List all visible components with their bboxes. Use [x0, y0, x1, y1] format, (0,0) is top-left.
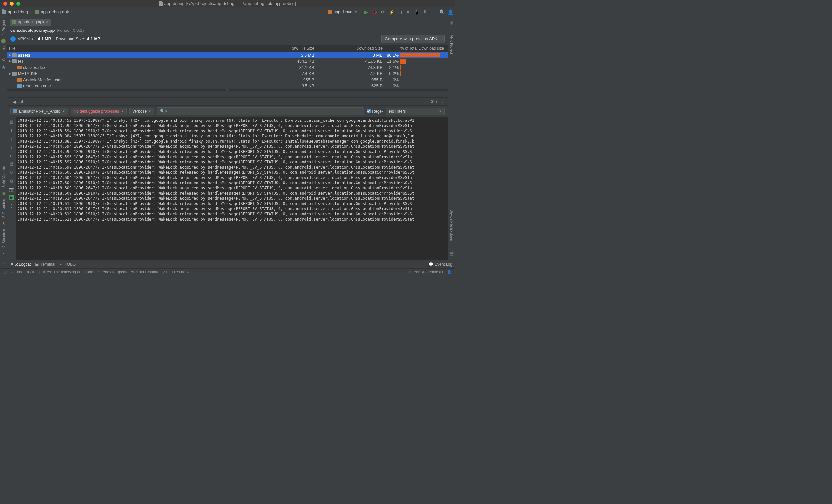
table-row[interactable]: classes.dex81.1 KB74.8 KB2.1%	[7, 64, 448, 71]
col-header-download[interactable]: Download Size	[314, 46, 383, 51]
stop-button[interactable]: ■	[406, 9, 411, 15]
expand-icon[interactable]	[9, 60, 11, 63]
close-tab-icon[interactable]: ×	[46, 20, 48, 24]
editor-area: app-debug.apk × com.developer.myapp (ver…	[7, 17, 448, 260]
download-size: 416.5 KB	[314, 59, 383, 64]
download-size: 7.2 KB	[314, 71, 383, 76]
trash-icon[interactable]: 🗑	[9, 119, 14, 124]
status-message[interactable]: IDE and Plugin Updates: The following co…	[9, 270, 189, 274]
profile-button[interactable]: ⟳	[380, 9, 386, 15]
layout-inspector-button[interactable]: ◫	[431, 9, 436, 15]
debug-button[interactable]: 🐞	[372, 9, 377, 15]
download-icon[interactable]: ⤓	[441, 99, 445, 104]
col-header-pct-label[interactable]: % of Total Download size	[400, 46, 446, 51]
percent: 0%	[383, 83, 400, 88]
more-icon[interactable]: ⋮	[9, 203, 14, 208]
traffic-close[interactable]	[3, 2, 7, 5]
avd-manager-button[interactable]: 📱	[414, 9, 419, 15]
status-icon[interactable]: ▢	[3, 270, 7, 274]
sidebar-favorites[interactable]: 2: Favorites	[2, 199, 5, 218]
sidebar-apk-project[interactable]: APK Project	[450, 35, 454, 54]
down-arrow-icon[interactable]: ↓	[9, 144, 14, 150]
logcat-toolbar: Emulator Pixel_-_Andro ▼ No debuggable p…	[7, 106, 448, 117]
table-row[interactable]: META-INF7.4 KB7.2 KB0.2%	[7, 71, 448, 77]
compare-apk-button[interactable]: Compare with previous APK...	[381, 35, 445, 43]
sidebar-project[interactable]: 1: Project	[2, 20, 5, 35]
process-dropdown[interactable]: No debuggable processes ▼	[71, 108, 127, 115]
apk-size: 4.1 MB	[38, 36, 51, 41]
status-bar: ▢ IDE and Plugin Updates: The following …	[0, 268, 455, 276]
log-level-dropdown[interactable]: Verbose ▼	[129, 108, 154, 115]
editor-tab[interactable]: app-debug.apk ×	[10, 19, 51, 26]
gear-icon[interactable]: ⚙ ▾	[430, 99, 438, 104]
traffic-maximize[interactable]	[16, 2, 20, 5]
apk-icon	[35, 10, 39, 14]
download-size: 3 MB	[314, 53, 383, 57]
navigation-toolbar: app-debug 〉 app-debug.apk 〉 app-debug ▼ …	[0, 7, 455, 17]
sidebar-captures[interactable]: Captures	[2, 47, 5, 61]
wrap-icon[interactable]: ↩	[9, 153, 14, 158]
table-row[interactable]: res434.2 KB416.5 KB11.6%	[7, 58, 448, 64]
col-header-pct	[383, 46, 400, 51]
logcat-title: Logcat	[10, 99, 23, 104]
attach-debugger-button[interactable]: ⚡	[389, 9, 394, 15]
left-tool-strip: 1: Project ⬤ Captures ◉ Build Variants ▣…	[0, 17, 7, 268]
window-title: app-debug [~/ApkProjects/app-debug] - ..…	[164, 1, 296, 6]
expand-icon[interactable]	[9, 73, 11, 75]
tab-logcat[interactable]: ≡6: Logcat	[11, 262, 30, 267]
device-dropdown[interactable]: Emulator Pixel_-_Andro ▼	[10, 108, 68, 115]
run-button[interactable]: ▶	[363, 9, 368, 15]
percent: 0%	[383, 77, 400, 82]
sidebar-build-variants[interactable]: Build Variants	[2, 166, 5, 188]
expand-icon[interactable]	[9, 54, 11, 56]
camera-icon[interactable]: 📷	[9, 187, 14, 192]
star-icon: ★	[2, 221, 5, 226]
file-name: assets	[18, 53, 30, 57]
file-name: res	[18, 59, 24, 64]
tab-todo[interactable]: ✓TODO	[60, 262, 76, 267]
search-icon: 🔍▾	[160, 109, 167, 114]
capture-icon: ◉	[2, 64, 5, 69]
print-icon[interactable]: 🖶	[9, 161, 14, 167]
package-version: (version 0.0.1)	[57, 28, 84, 33]
folder-icon	[12, 72, 17, 76]
apk-file-table: File Raw File Size Download Size % of To…	[7, 45, 448, 89]
tool-window-menu-icon[interactable]: ▢	[3, 262, 6, 267]
table-row[interactable]: AndroidManifest.xml955 B955 B0%	[7, 77, 448, 83]
tab-terminal[interactable]: ▣Terminal	[35, 262, 55, 267]
raw-size: 81.1 KB	[243, 65, 314, 70]
restart-icon[interactable]: ↻	[9, 170, 14, 175]
settings-icon[interactable]: ⚙	[9, 178, 14, 184]
android-icon	[328, 10, 332, 14]
sidebar-structure[interactable]: 7: Structure	[2, 229, 5, 248]
table-row[interactable]: resources.arsc3.5 KB625 B0%	[7, 83, 448, 89]
col-header-file[interactable]: File	[9, 46, 243, 51]
user-icon[interactable]: 👤	[448, 9, 453, 15]
sidebar-device-file-explorer[interactable]: Device File Explorer	[450, 209, 454, 241]
status-context[interactable]: Context: <no context>	[406, 270, 444, 274]
log-search-input[interactable]: 🔍▾	[157, 108, 364, 115]
logcat-output[interactable]: 2018-12-12 11:40:13.452 15973-15989/? I/…	[16, 117, 448, 260]
file-name: classes.dex	[23, 65, 45, 70]
run-config-dropdown[interactable]: app-debug ▼	[325, 9, 360, 15]
regex-checkbox[interactable]: Regex	[367, 109, 384, 114]
record-icon[interactable]: ▶	[9, 195, 14, 200]
search-button[interactable]: 🔍	[439, 9, 445, 15]
percent: 2.1%	[383, 65, 400, 70]
download-size: 625 B	[314, 83, 383, 88]
apk-analyzer-header: com.developer.myapp (version 0.0.1) i AP…	[7, 26, 448, 45]
traffic-minimize[interactable]	[10, 2, 14, 5]
filter-dropdown[interactable]: No Filters ▼	[386, 108, 445, 115]
up-arrow-icon[interactable]: ↑	[9, 136, 14, 141]
tab-event-log[interactable]: 💬Event Log	[428, 262, 452, 267]
breadcrumb-file[interactable]: app-debug.apk	[41, 9, 69, 14]
breadcrumb-separator: 〉	[70, 9, 74, 15]
table-row[interactable]: assets3.6 MB3 MB86.1%	[7, 52, 448, 58]
scroll-end-icon[interactable]: ⤓	[9, 128, 14, 133]
col-header-raw[interactable]: Raw File Size	[243, 46, 314, 51]
sdk-manager-button[interactable]: ⬇	[422, 9, 428, 15]
breadcrumb-project[interactable]: app-debug	[8, 9, 28, 14]
android-icon: ⬤	[1, 38, 6, 43]
apply-changes-button[interactable]: ▢	[397, 9, 402, 15]
hector-icon[interactable]: 👤	[447, 270, 452, 274]
